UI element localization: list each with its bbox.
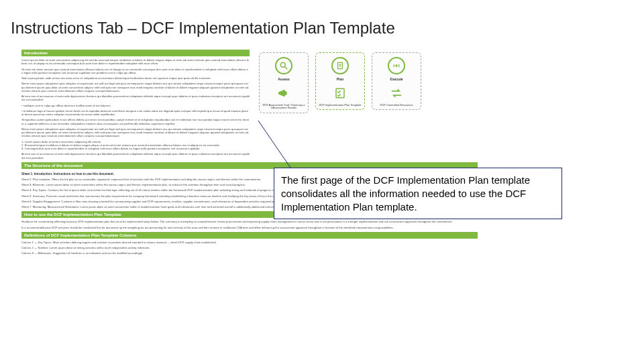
- body-text: Column 3 — Milestones. Suggestion of tim…: [21, 251, 471, 255]
- diagram-label: Execute: [390, 77, 402, 81]
- diagram-label: Assess: [278, 77, 290, 81]
- body-text: 1. Lorem ipsum dolor sit amet consectetu…: [21, 140, 250, 151]
- svg-line-1: [285, 67, 288, 70]
- body-text: • similique sunt in culpa qui officia de…: [21, 104, 250, 107]
- body-text: • et dolorum fuga et harum quidem rerum …: [21, 109, 250, 117]
- diagram-box-plan: Plan DCF Implementation Plan Template: [315, 52, 365, 110]
- body-text: Guidance for customizing reflecting busi…: [21, 220, 471, 223]
- body-text: Nemo enim ipsam voluptatem quia voluptas…: [21, 127, 250, 138]
- svg-point-6: [396, 65, 397, 66]
- page-title: Instructions Tab – DCF Implementation Pl…: [11, 19, 395, 38]
- body-text: Ut enim ad minim veniam quis nostrud exe…: [21, 68, 250, 75]
- svg-rect-5: [336, 88, 344, 98]
- clipboard-icon: [331, 57, 349, 74]
- body-text: It is recommended prior DCF activities s…: [21, 226, 471, 229]
- body-text: Column 1 — Key Topics. Main activities d…: [21, 241, 471, 244]
- callout-text: The first page of the DCF Implementation…: [281, 174, 530, 213]
- section-definitions: Definitions of DCF Implementation Plan T…: [21, 232, 478, 239]
- checklist-icon: [332, 85, 348, 101]
- cycle-icon: [388, 85, 405, 101]
- megaphone-icon: [276, 85, 292, 101]
- process-diagram: Assess DCF Assessment Tool / Summary of …: [259, 52, 421, 160]
- diagram-caption: DCF Committee Resources: [380, 104, 413, 107]
- broadcast-icon: [388, 57, 405, 74]
- diagram-caption: DCF Implementation Plan Template: [319, 104, 361, 107]
- body-text: Lorem ipsum dolor sit amet consectetur a…: [21, 58, 250, 66]
- body-text: At vero eos et accusamus et iusto odio d…: [21, 95, 250, 102]
- body-text: Nemo enim ipsam voluptatem quia voluptas…: [21, 82, 250, 93]
- body-text: At vero eos et accusamus et iusto odio d…: [21, 152, 250, 160]
- body-text: Sed ut perspiciatis unde omnis iste natu…: [21, 76, 250, 80]
- diagram-box-execute: Execute DCF Committee Resources: [372, 52, 421, 110]
- body-text: Column 2 — Number. Lorem ipsum dolor sit…: [21, 246, 471, 249]
- diagram-label: Plan: [337, 77, 344, 81]
- section-introduction: Introduction: [21, 50, 250, 56]
- diagram-caption: DCF Assessment Tool / Summary of Assessm…: [262, 104, 305, 110]
- svg-point-0: [280, 62, 285, 67]
- callout-box: The first page of the DCF Implementation…: [274, 168, 562, 219]
- diagram-box-assess: Assess DCF Assessment Tool / Summary of …: [259, 52, 309, 113]
- body-text: Temporibus autem quibusdam et aut offici…: [21, 118, 250, 125]
- magnifier-icon: [275, 57, 292, 74]
